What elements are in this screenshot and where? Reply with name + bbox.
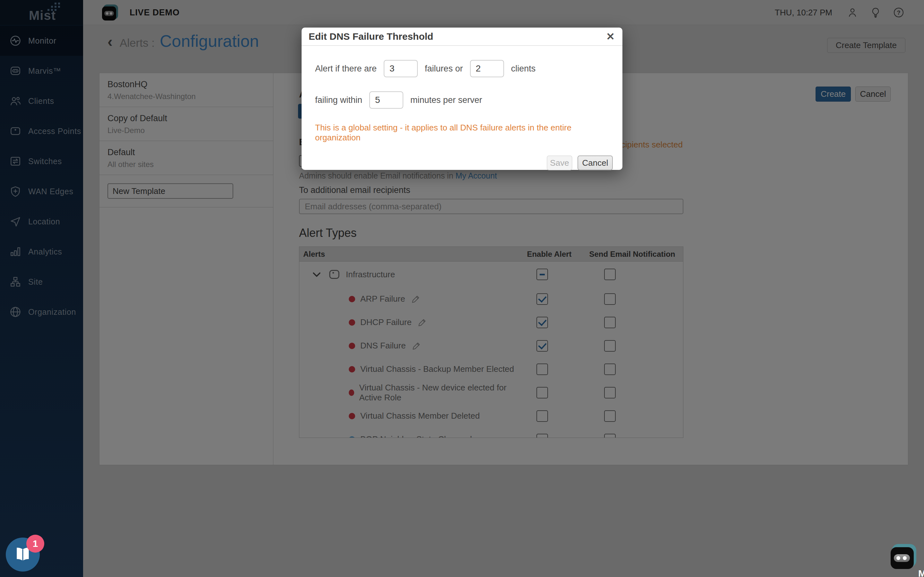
- modal-header: Edit DNS Failure Threshold ✕: [302, 27, 622, 46]
- marvis-assistant-widget[interactable]: [891, 544, 916, 569]
- clients-label: clients: [511, 64, 536, 74]
- app-root: Mist Monitor Marvis™ Clients Access Poin…: [0, 0, 924, 577]
- global-setting-warning: This is a global setting - it applies to…: [315, 123, 609, 143]
- close-icon[interactable]: ✕: [606, 31, 615, 42]
- modal-cancel-button[interactable]: Cancel: [577, 155, 613, 170]
- edit-dns-failure-threshold-modal: Edit DNS Failure Threshold ✕ Alert if th…: [302, 27, 622, 170]
- modal-body: Alert if there are failures or clients f…: [302, 46, 622, 170]
- failures-input[interactable]: [384, 60, 418, 77]
- failures-or-label: failures or: [425, 64, 463, 74]
- minutes-input[interactable]: [369, 91, 403, 109]
- notification-badge: 1: [26, 535, 44, 553]
- failing-within-label: failing within: [315, 95, 362, 105]
- marvis-robot-icon: [891, 547, 914, 569]
- clients-input[interactable]: [470, 60, 504, 77]
- minutes-label: minutes per server: [410, 95, 482, 105]
- alert-if-label: Alert if there are: [315, 64, 376, 74]
- corner-label-fragment: M: [918, 568, 924, 577]
- save-button[interactable]: Save: [547, 155, 572, 170]
- modal-title: Edit DNS Failure Threshold: [309, 31, 433, 42]
